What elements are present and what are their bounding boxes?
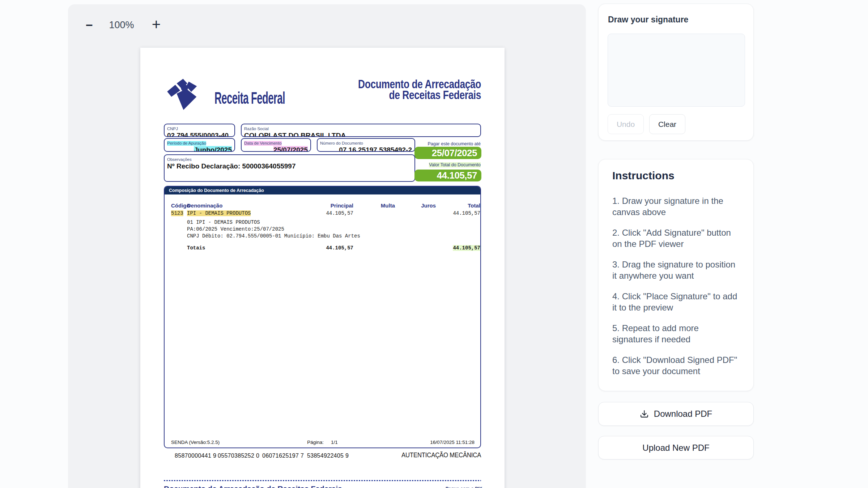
signature-panel: Draw your signature Undo Clear [598, 4, 754, 141]
barcode-number-4: 53854922405 9 [307, 453, 349, 459]
document-title: Documento de Arrecadação de Receitas Fed… [327, 79, 481, 100]
cut-line-separator [164, 480, 481, 481]
field-vencimento-label: Data de Vencimento [244, 141, 282, 146]
column-header-total: Total [165, 202, 480, 209]
pagar-ate-value-box: 25/07/2025 [414, 147, 481, 159]
instruction-step: 1. Draw your signature in the canvas abo… [612, 195, 741, 218]
pdf-page: Receita Federal Documento de Arrecadação… [140, 48, 505, 488]
download-icon [640, 410, 649, 419]
zoom-out-button[interactable]: − [81, 17, 98, 33]
field-cnpj-value: 02.794.555/0003-40 [167, 132, 232, 137]
instruction-step: 2. Click "Add Signature" button on the P… [612, 227, 741, 249]
pdf-viewer-panel: − 100% + Receita Federal Documento de Ar… [68, 4, 586, 488]
barcode-number-3: 06071625197 7 [262, 453, 304, 459]
valor-total-value-box: 44.105,57 [414, 170, 481, 181]
upload-new-pdf-button[interactable]: Upload New PDF [598, 436, 754, 459]
row-total: 44.105,57 [165, 210, 480, 216]
plus-icon: + [152, 17, 161, 32]
instructions-title: Instructions [612, 170, 675, 182]
field-cnpj-label: CNPJ [167, 127, 178, 131]
field-razao-social-value: COLOPLAST DO BRASIL LTDA [244, 132, 478, 137]
barcode-number-1: 85870000441 9 [175, 453, 216, 459]
receita-federal-logo-icon [166, 79, 205, 111]
document-title-line2: de Receitas Federais [358, 90, 481, 100]
upload-new-pdf-label: Upload New PDF [642, 443, 709, 453]
field-cnpj: CNPJ 02.794.555/0003-40 [164, 124, 235, 137]
field-numero-label: Número do Documento [320, 141, 363, 146]
field-periodo-label: Período de Apuração [167, 141, 206, 146]
pix-label: Pague com o PIX [446, 486, 482, 488]
field-razao-social: Razão Social COLOPLAST DO BRASIL LTDA [241, 124, 481, 137]
minus-icon: − [86, 19, 93, 31]
totals-total: 44.105,57 [165, 245, 480, 251]
footer-page-indicator: Página: 1/1 [307, 440, 338, 445]
instruction-step: 5. Repeat to add more signatures if need… [612, 322, 741, 345]
instruction-step: 6. Click "Download Signed PDF" to save y… [612, 354, 741, 377]
download-pdf-label: Download PDF [654, 409, 712, 419]
field-razao-social-label: Razão Social [244, 127, 269, 131]
valor-total-label-wrap: Valor Total do Documento [372, 162, 481, 167]
signature-panel-title: Draw your signature [608, 15, 688, 25]
second-copy-title: Documento de Arrecadação de Receitas Fed… [164, 484, 342, 488]
pagar-ate-value: 25/07/2025 [432, 147, 477, 159]
valor-total-label: Valor Total do Documento [429, 162, 481, 167]
field-data-vencimento: Data de Vencimento 25/07/2025 [241, 138, 311, 152]
field-observacoes: Observações Nº Recibo Declaração: 500003… [164, 154, 415, 182]
zoom-level: 100% [107, 20, 136, 31]
composition-table: Composição do Documento de Arrecadação C… [164, 186, 481, 448]
field-vencimento-value: 25/07/2025 [273, 146, 308, 152]
field-periodo-value: Junho/2025 [194, 146, 232, 152]
zoom-in-button[interactable]: + [147, 15, 166, 34]
valor-total-value: 44.105,57 [437, 170, 477, 181]
instructions-steps: 1. Draw your signature in the canvas abo… [612, 195, 741, 386]
signature-canvas[interactable] [608, 34, 745, 107]
field-observacoes-label: Observações [167, 157, 192, 162]
footer-app-version: SENDA (Versão:5.2.5) [171, 440, 220, 445]
pagar-ate-label: Pagar este documento até [372, 141, 481, 146]
clear-button[interactable]: Clear [649, 114, 685, 134]
field-numero-value: 07.16.25197.5385492-2 [320, 146, 412, 152]
instruction-step: 3. Drag the signature to position it any… [612, 259, 741, 281]
field-periodo-apuracao: Período de Apuração Junho/2025 [164, 138, 235, 152]
instructions-panel: Instructions 1. Draw your signature in t… [598, 159, 754, 391]
undo-button[interactable]: Undo [608, 114, 644, 134]
autenticacao-mecanica-label: AUTENTICAÇÃO MECÂNICA [401, 451, 481, 459]
barcode-number-2: 05570385252 0 [218, 453, 259, 459]
composition-table-header-bar: Composição do Documento de Arrecadação [165, 187, 480, 194]
instruction-step: 4. Click "Place Signature" to add it to … [612, 291, 741, 313]
row-detail-lines: 01 IPI - DEMAIS PRODUTOS PA:06/2025 Venc… [187, 219, 360, 240]
footer-datetime: 16/07/2025 11:51:28 [430, 440, 475, 445]
download-pdf-button[interactable]: Download PDF [598, 402, 754, 426]
receita-federal-logo-text: Receita Federal [214, 88, 285, 108]
